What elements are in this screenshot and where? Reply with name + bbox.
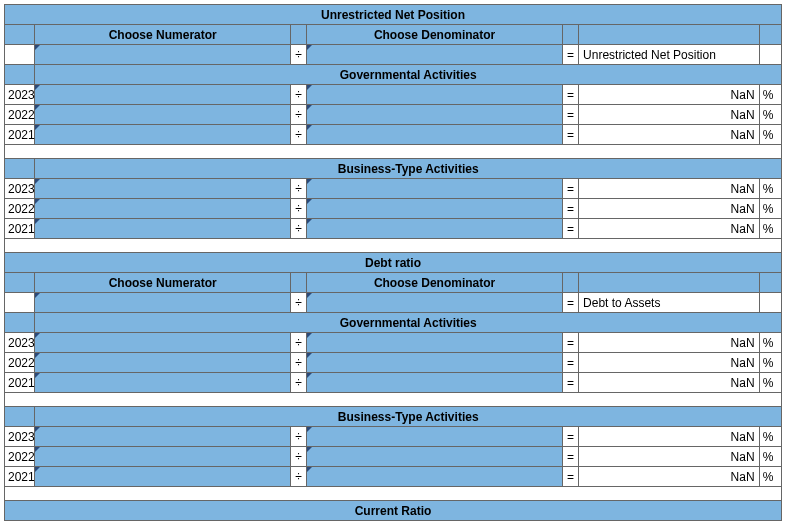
equals-symbol: =: [562, 105, 578, 125]
numerator-col-head: Choose Numerator: [35, 273, 291, 293]
denominator-input[interactable]: [307, 427, 563, 447]
divide-symbol: ÷: [291, 467, 307, 487]
numerator-input[interactable]: [35, 125, 291, 145]
equals-symbol: =: [562, 199, 578, 219]
year-cell: 2023: [5, 333, 35, 353]
numerator-definition-picker[interactable]: [35, 45, 291, 65]
pct-symbol: %: [759, 199, 781, 219]
denominator-input[interactable]: [307, 353, 563, 373]
pct-symbol: %: [759, 179, 781, 199]
group-band-blank: [5, 65, 35, 85]
year-col-head: [5, 273, 35, 293]
result-value: NaN: [579, 447, 760, 467]
definition-year-cell: [5, 45, 35, 65]
divide-symbol: ÷: [291, 353, 307, 373]
result-col-head: [579, 273, 760, 293]
denominator-input[interactable]: [307, 447, 563, 467]
section-title: Debt ratio: [5, 253, 782, 273]
section-title: Current Ratio: [5, 501, 782, 521]
equals-symbol: =: [562, 85, 578, 105]
denominator-input[interactable]: [307, 333, 563, 353]
group-band-blank: [5, 407, 35, 427]
result-value: NaN: [579, 105, 760, 125]
numerator-input[interactable]: [35, 85, 291, 105]
pct-symbol: %: [759, 85, 781, 105]
denominator-input[interactable]: [307, 125, 563, 145]
equals-symbol: =: [562, 447, 578, 467]
result-label: Debt to Assets: [579, 293, 760, 313]
numerator-input[interactable]: [35, 353, 291, 373]
result-value: NaN: [579, 219, 760, 239]
result-col-head: [579, 25, 760, 45]
result-value: NaN: [579, 353, 760, 373]
result-label: Unrestricted Net Position: [579, 45, 760, 65]
denominator-definition-picker[interactable]: [307, 293, 563, 313]
result-value: NaN: [579, 85, 760, 105]
numerator-input[interactable]: [35, 373, 291, 393]
equals-symbol: =: [562, 179, 578, 199]
year-cell: 2021: [5, 125, 35, 145]
year-cell: 2022: [5, 447, 35, 467]
divide-symbol: ÷: [291, 293, 307, 313]
spacer-row: [5, 239, 782, 253]
group-band: Governmental Activities: [35, 65, 782, 85]
numerator-input[interactable]: [35, 467, 291, 487]
denominator-col-head: Choose Denominator: [307, 25, 563, 45]
numerator-col-head: Choose Numerator: [35, 25, 291, 45]
equals-symbol: =: [562, 45, 578, 65]
numerator-definition-picker[interactable]: [35, 293, 291, 313]
definition-year-cell: [5, 293, 35, 313]
result-value: NaN: [579, 333, 760, 353]
result-value: NaN: [579, 427, 760, 447]
definition-pct-cell: [759, 293, 781, 313]
result-value: NaN: [579, 179, 760, 199]
divide-symbol: ÷: [291, 105, 307, 125]
section-title: Unrestricted Net Position: [5, 5, 782, 25]
year-cell: 2021: [5, 373, 35, 393]
group-band: Business-Type Activities: [35, 159, 782, 179]
denominator-input[interactable]: [307, 373, 563, 393]
divide-symbol: ÷: [291, 199, 307, 219]
spacer-row: [5, 393, 782, 407]
pct-symbol: %: [759, 333, 781, 353]
denominator-input[interactable]: [307, 467, 563, 487]
pct-symbol: %: [759, 373, 781, 393]
divide-col-head: [291, 273, 307, 293]
year-cell: 2022: [5, 353, 35, 373]
pct-symbol: %: [759, 447, 781, 467]
result-value: NaN: [579, 467, 760, 487]
numerator-input[interactable]: [35, 179, 291, 199]
divide-symbol: ÷: [291, 447, 307, 467]
year-col-head: [5, 25, 35, 45]
year-cell: 2023: [5, 85, 35, 105]
divide-symbol: ÷: [291, 125, 307, 145]
year-cell: 2022: [5, 199, 35, 219]
denominator-input[interactable]: [307, 85, 563, 105]
numerator-input[interactable]: [35, 447, 291, 467]
ratio-worksheet: Unrestricted Net Position Choose Numerat…: [4, 4, 782, 521]
equals-symbol: =: [562, 293, 578, 313]
year-cell: 2021: [5, 219, 35, 239]
equals-symbol: =: [562, 353, 578, 373]
pct-symbol: %: [759, 105, 781, 125]
divide-col-head: [291, 25, 307, 45]
pct-col-head: [759, 273, 781, 293]
denominator-input[interactable]: [307, 179, 563, 199]
numerator-input[interactable]: [35, 427, 291, 447]
divide-symbol: ÷: [291, 219, 307, 239]
numerator-input[interactable]: [35, 219, 291, 239]
denominator-input[interactable]: [307, 219, 563, 239]
divide-symbol: ÷: [291, 45, 307, 65]
denominator-input[interactable]: [307, 199, 563, 219]
denominator-definition-picker[interactable]: [307, 45, 563, 65]
pct-symbol: %: [759, 219, 781, 239]
denominator-col-head: Choose Denominator: [307, 273, 563, 293]
denominator-input[interactable]: [307, 105, 563, 125]
pct-col-head: [759, 25, 781, 45]
numerator-input[interactable]: [35, 105, 291, 125]
result-value: NaN: [579, 199, 760, 219]
numerator-input[interactable]: [35, 333, 291, 353]
numerator-input[interactable]: [35, 199, 291, 219]
group-band: Governmental Activities: [35, 313, 782, 333]
equals-symbol: =: [562, 373, 578, 393]
